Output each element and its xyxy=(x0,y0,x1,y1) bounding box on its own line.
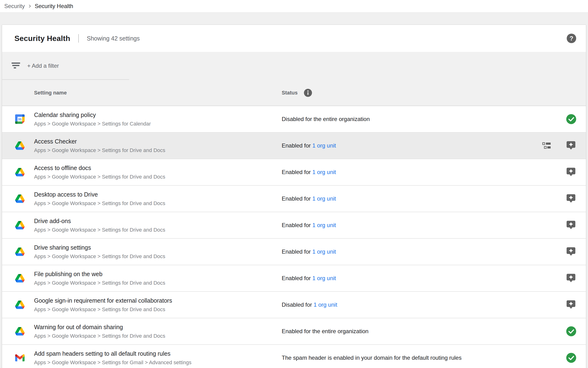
setting-name: Desktop access to Drive xyxy=(34,191,165,198)
setting-path: Apps > Google Workspace > Settings for G… xyxy=(34,359,191,365)
security-health-card: Security Health Showing 42 settings ? + … xyxy=(2,25,586,368)
status-text: The spam header is enabled in your domai… xyxy=(282,355,461,361)
org-unit-link[interactable]: 1 org unit xyxy=(312,169,336,175)
setting-name: File publishing on the web xyxy=(34,271,165,277)
add-filter-button[interactable]: + Add a filter xyxy=(27,63,59,69)
setting-path: Apps > Google Workspace > Settings for D… xyxy=(34,227,165,233)
setting-path: Apps > Google Workspace > Settings for D… xyxy=(34,306,172,312)
org-unit-link[interactable]: 1 org unit xyxy=(312,195,336,202)
setting-text: Drive add-ons Apps > Google Workspace > … xyxy=(34,218,165,233)
setting-name: Google sign-in requirement for external … xyxy=(34,297,172,304)
table-row[interactable]: Add spam headers setting to all default … xyxy=(2,345,586,368)
setting-text: Add spam headers setting to all default … xyxy=(34,350,191,365)
setting-name: Access to offline docs xyxy=(34,165,165,171)
recommendation-icon[interactable] xyxy=(566,247,576,256)
column-status: Status xyxy=(282,89,312,97)
setting-text: Calendar sharing policy Apps > Google Wo… xyxy=(34,111,151,127)
table-row[interactable]: Access Checker Apps > Google Workspace >… xyxy=(2,133,586,159)
org-units-icon xyxy=(542,142,551,149)
setting-path: Apps > Google Workspace > Settings for D… xyxy=(34,333,165,339)
status-text: Enabled for the entire organization xyxy=(282,328,369,335)
status-text: Enabled for 1 org unit xyxy=(282,222,336,229)
drive-icon xyxy=(15,274,25,283)
org-unit-link[interactable]: 1 org unit xyxy=(312,142,336,149)
title-divider xyxy=(78,34,79,43)
setting-path: Apps > Google Workspace > Settings for D… xyxy=(34,174,165,180)
recommendation-icon[interactable] xyxy=(566,274,576,283)
svg-text:31: 31 xyxy=(18,118,22,121)
gmail-icon xyxy=(15,353,25,363)
org-unit-link[interactable]: 1 org unit xyxy=(312,222,336,228)
column-setting-name: Setting name xyxy=(34,90,67,96)
setting-path: Apps > Google Workspace > Settings for C… xyxy=(34,121,151,127)
settings-count: Showing 42 settings xyxy=(87,35,140,42)
breadcrumb: Security Security Health xyxy=(0,0,588,12)
breadcrumb-security-link[interactable]: Security xyxy=(4,3,25,9)
setting-path: Apps > Google Workspace > Settings for D… xyxy=(34,147,165,153)
filter-icon[interactable] xyxy=(12,63,21,69)
recommendation-icon[interactable] xyxy=(566,141,576,150)
filter-bar: + Add a filter xyxy=(2,52,586,80)
status-text: Enabled for 1 org unit xyxy=(282,275,336,282)
drive-icon xyxy=(15,300,25,310)
table-header: Setting name Status xyxy=(2,80,586,106)
table-row[interactable]: 31 Calendar sharing policy Apps > Google… xyxy=(2,106,586,133)
drive-icon xyxy=(15,327,25,336)
table-row[interactable]: Drive sharing settings Apps > Google Wor… xyxy=(2,239,586,265)
setting-name: Add spam headers setting to all default … xyxy=(34,350,191,357)
setting-text: Drive sharing settings Apps > Google Wor… xyxy=(34,244,165,259)
status-ok-icon xyxy=(566,114,576,124)
table-row[interactable]: File publishing on the web Apps > Google… xyxy=(2,265,586,292)
setting-name: Drive add-ons xyxy=(34,218,165,224)
calendar-icon: 31 xyxy=(15,114,25,124)
svg-text:?: ? xyxy=(570,35,573,42)
status-text: Enabled for 1 org unit xyxy=(282,248,336,255)
card-header: Security Health Showing 42 settings ? xyxy=(2,25,586,52)
table-row[interactable]: Drive add-ons Apps > Google Workspace > … xyxy=(2,212,586,239)
org-unit-link[interactable]: 1 org unit xyxy=(312,248,336,255)
setting-text: Warning for out of domain sharing Apps >… xyxy=(34,324,165,339)
status-ok-icon xyxy=(566,326,576,337)
setting-text: Google sign-in requirement for external … xyxy=(34,297,172,312)
setting-text: Desktop access to Drive Apps > Google Wo… xyxy=(34,191,165,206)
setting-path: Apps > Google Workspace > Settings for D… xyxy=(34,200,165,206)
drive-icon xyxy=(15,167,25,177)
setting-text: Access to offline docs Apps > Google Wor… xyxy=(34,165,165,180)
status-text: Disabled for 1 org unit xyxy=(282,302,337,308)
drive-icon xyxy=(15,221,25,230)
status-text: Enabled for 1 org unit xyxy=(282,142,336,149)
info-icon[interactable] xyxy=(304,89,312,97)
drive-icon xyxy=(15,247,25,257)
setting-text: File publishing on the web Apps > Google… xyxy=(34,271,165,286)
page-title: Security Health xyxy=(14,34,70,43)
column-status-label: Status xyxy=(282,90,298,96)
help-icon[interactable]: ? xyxy=(566,33,576,43)
status-text: Disabled for the entire organization xyxy=(282,116,370,122)
drive-icon xyxy=(15,194,25,203)
setting-path: Apps > Google Workspace > Settings for D… xyxy=(34,280,165,286)
table-row[interactable]: Google sign-in requirement for external … xyxy=(2,292,586,318)
setting-name: Access Checker xyxy=(34,138,165,145)
recommendation-icon[interactable] xyxy=(566,300,576,309)
recommendation-icon[interactable] xyxy=(566,167,576,176)
table-row[interactable]: Access to offline docs Apps > Google Wor… xyxy=(2,159,586,186)
chevron-right-icon xyxy=(28,4,32,8)
table-row[interactable]: Desktop access to Drive Apps > Google Wo… xyxy=(2,186,586,212)
status-ok-icon xyxy=(566,353,576,363)
table-row[interactable]: Warning for out of domain sharing Apps >… xyxy=(2,318,586,345)
setting-path: Apps > Google Workspace > Settings for D… xyxy=(34,253,165,259)
status-text: Enabled for 1 org unit xyxy=(282,195,336,202)
setting-text: Access Checker Apps > Google Workspace >… xyxy=(34,138,165,153)
breadcrumb-current-page: Security Health xyxy=(35,3,73,9)
setting-name: Warning for out of domain sharing xyxy=(34,324,165,331)
org-unit-link[interactable]: 1 org unit xyxy=(314,302,337,308)
setting-name: Calendar sharing policy xyxy=(34,111,151,118)
org-unit-link[interactable]: 1 org unit xyxy=(312,275,336,281)
drive-icon xyxy=(15,141,25,150)
recommendation-icon[interactable] xyxy=(566,194,576,203)
recommendation-icon[interactable] xyxy=(566,221,576,230)
settings-table-body: 31 Calendar sharing policy Apps > Google… xyxy=(2,106,586,368)
setting-name: Drive sharing settings xyxy=(34,244,165,251)
status-text: Enabled for 1 org unit xyxy=(282,169,336,175)
